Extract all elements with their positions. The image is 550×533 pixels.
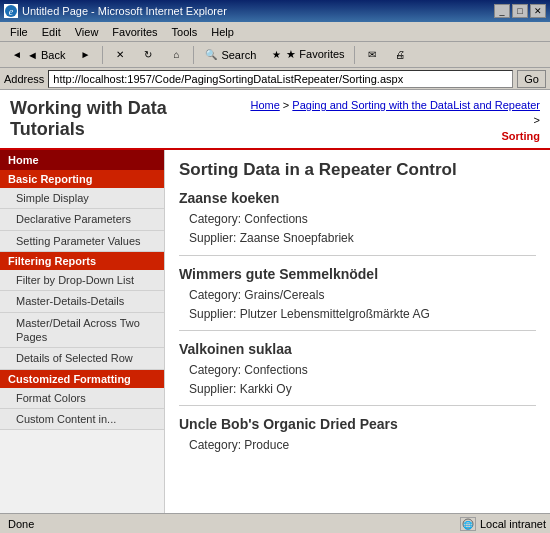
status-text: Done [4, 518, 34, 530]
forward-button[interactable]: ► [72, 45, 98, 65]
svg-text:e: e [9, 6, 14, 17]
product-category-0: Category: Confections [189, 210, 536, 229]
menu-bar: File Edit View Favorites Tools Help [0, 22, 550, 42]
breadcrumb-current: Sorting [502, 130, 541, 142]
window-title: Untitled Page - Microsoft Internet Explo… [22, 5, 227, 17]
favorites-icon: ★ [268, 47, 284, 63]
address-label: Address [4, 73, 44, 85]
sidebar-item-setting-parameters[interactable]: Setting Parameter Values [0, 231, 164, 252]
status-security-icon: 🌐 [460, 517, 476, 531]
breadcrumb-home[interactable]: Home [250, 99, 279, 111]
back-button[interactable]: ◄ ◄ Back [4, 45, 70, 65]
sidebar-category-filtering: Filtering Reports [0, 252, 164, 270]
menu-help[interactable]: Help [205, 24, 240, 40]
minimize-button[interactable]: _ [494, 4, 510, 18]
sidebar: Home Basic Reporting Simple Display Decl… [0, 150, 165, 513]
maximize-button[interactable]: □ [512, 4, 528, 18]
svg-text:🌐: 🌐 [463, 519, 473, 529]
menu-tools[interactable]: Tools [166, 24, 204, 40]
product-category-1: Category: Grains/Cereals [189, 286, 536, 305]
back-icon: ◄ [9, 47, 25, 63]
close-button[interactable]: ✕ [530, 4, 546, 18]
page-title: Sorting Data in a Repeater Control [179, 160, 536, 180]
status-zone: Local intranet [480, 518, 546, 530]
home-button[interactable]: ⌂ [163, 45, 189, 65]
main-content: Sorting Data in a Repeater Control Zaans… [165, 150, 550, 513]
product-name-0: Zaanse koeken [179, 190, 536, 206]
toolbar-separator-3 [354, 46, 355, 64]
refresh-icon: ↻ [140, 47, 156, 63]
menu-view[interactable]: View [69, 24, 105, 40]
breadcrumb-sep2: > [534, 114, 540, 126]
menu-edit[interactable]: Edit [36, 24, 67, 40]
product-supplier-1: Supplier: Plutzer Lebensmittelgroßmärkte… [189, 305, 536, 324]
product-details-0: Category: Confections Supplier: Zaanse S… [189, 210, 536, 248]
print-icon: 🖨 [392, 47, 408, 63]
divider-2 [179, 330, 536, 331]
sidebar-item-filter-dropdown[interactable]: Filter by Drop-Down List [0, 270, 164, 291]
product-details-3: Category: Produce [189, 436, 536, 455]
breadcrumb-section[interactable]: Paging and Sorting with the DataList and… [292, 99, 540, 111]
address-input[interactable]: http://localhost:1957/Code/PagingSorting… [48, 70, 513, 88]
breadcrumb-sep1: > [283, 99, 292, 111]
window-title-bar: e Untitled Page - Microsoft Internet Exp… [0, 0, 550, 22]
browser-content: Working with Data Tutorials Home > Pagin… [0, 90, 550, 513]
sidebar-category-basic-reporting: Basic Reporting [0, 170, 164, 188]
product-name-1: Wimmers gute Semmelknödel [179, 266, 536, 282]
toolbar-separator-2 [193, 46, 194, 64]
go-button[interactable]: Go [517, 70, 546, 88]
product-details-2: Category: Confections Supplier: Karkki O… [189, 361, 536, 399]
refresh-button[interactable]: ↻ [135, 45, 161, 65]
sidebar-item-master-detail-pages[interactable]: Master/Detail Across Two Pages [0, 313, 164, 349]
home-icon: ⌂ [168, 47, 184, 63]
forward-icon: ► [77, 47, 93, 63]
product-supplier-2: Supplier: Karkki Oy [189, 380, 536, 399]
status-right: 🌐 Local intranet [460, 517, 546, 531]
address-bar: Address http://localhost:1957/Code/Pagin… [0, 68, 550, 90]
menu-favorites[interactable]: Favorites [106, 24, 163, 40]
ie-icon: e [4, 4, 18, 18]
product-category-2: Category: Confections [189, 361, 536, 380]
mail-button[interactable]: ✉ [359, 45, 385, 65]
sidebar-item-format-colors[interactable]: Format Colors [0, 388, 164, 409]
divider-1 [179, 255, 536, 256]
toolbar: ◄ ◄ Back ► ✕ ↻ ⌂ 🔍 Search ★ ★ Favorites … [0, 42, 550, 68]
product-category-3: Category: Produce [189, 436, 536, 455]
status-bar: Done 🌐 Local intranet [0, 513, 550, 533]
menu-file[interactable]: File [4, 24, 34, 40]
product-name-3: Uncle Bob's Organic Dried Pears [179, 416, 536, 432]
mail-icon: ✉ [364, 47, 380, 63]
sidebar-home[interactable]: Home [0, 150, 164, 170]
content-area: Home Basic Reporting Simple Display Decl… [0, 150, 550, 513]
search-icon: 🔍 [203, 47, 219, 63]
sidebar-item-simple-display[interactable]: Simple Display [0, 188, 164, 209]
product-details-1: Category: Grains/Cereals Supplier: Plutz… [189, 286, 536, 324]
stop-button[interactable]: ✕ [107, 45, 133, 65]
page-header: Working with Data Tutorials Home > Pagin… [0, 90, 550, 150]
product-supplier-0: Supplier: Zaanse Snoepfabriek [189, 229, 536, 248]
sidebar-category-customized: Customized Formatting [0, 370, 164, 388]
sidebar-item-custom-content[interactable]: Custom Content in... [0, 409, 164, 430]
sidebar-item-selected-row[interactable]: Details of Selected Row [0, 348, 164, 369]
sidebar-item-master-details[interactable]: Master-Details-Details [0, 291, 164, 312]
stop-icon: ✕ [112, 47, 128, 63]
product-name-2: Valkoinen suklaa [179, 341, 536, 357]
divider-3 [179, 405, 536, 406]
search-button[interactable]: 🔍 Search [198, 45, 261, 65]
site-title: Working with Data Tutorials [10, 98, 244, 140]
print-button[interactable]: 🖨 [387, 45, 413, 65]
favorites-button[interactable]: ★ ★ Favorites [263, 45, 349, 65]
breadcrumb: Home > Paging and Sorting with the DataL… [244, 98, 540, 144]
sidebar-item-declarative-parameters[interactable]: Declarative Parameters [0, 209, 164, 230]
window-controls[interactable]: _ □ ✕ [494, 4, 546, 18]
toolbar-separator [102, 46, 103, 64]
